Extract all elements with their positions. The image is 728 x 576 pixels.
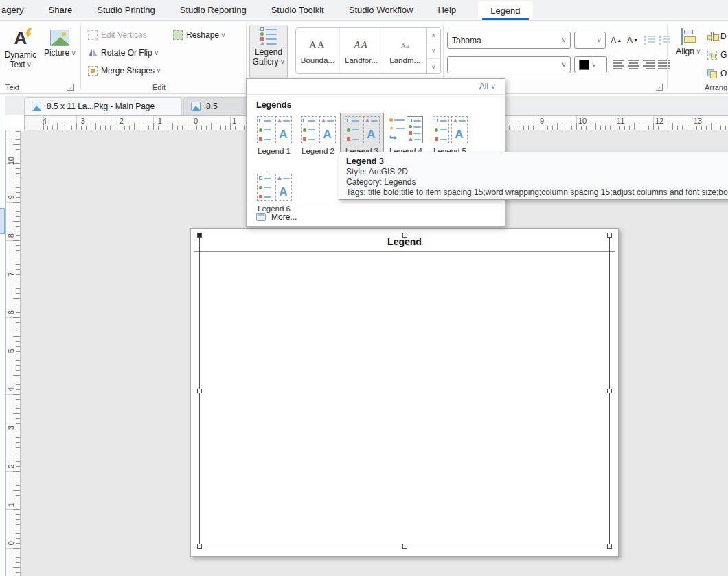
selection-handle-top-center[interactable] <box>402 233 407 238</box>
decrease-indent-icon[interactable] <box>659 35 670 44</box>
gallery-filter-dropdown[interactable]: All <box>247 79 505 95</box>
selection-handle-bottom-right[interactable] <box>607 544 612 549</box>
style-gallery-scrollbar: ˄ ˅ ¯˅ <box>427 27 441 74</box>
ruler-number: 7 <box>7 272 15 276</box>
selection-bounds <box>199 235 610 546</box>
align-center-icon[interactable] <box>628 60 639 69</box>
dynamic-text-button[interactable]: A Dynamic Text <box>2 25 39 78</box>
merge-shapes-icon <box>88 66 98 76</box>
menu-tab-help[interactable]: Help <box>425 0 468 20</box>
menu-tab-studio-printing[interactable]: Studio Printing <box>84 0 168 20</box>
ruler-number: 1 <box>232 117 236 125</box>
dynamic-text-icon: A <box>10 27 31 48</box>
text-dialog-launcher-icon[interactable] <box>67 84 74 91</box>
edit-group-label: Edit <box>152 83 166 91</box>
document-tab-main-page[interactable]: 8.5 x 11 La...Pkg - Main Page <box>24 97 182 115</box>
legend-3-tooltip: Legend 3 Style: ArcGIS 2D Category: Lege… <box>339 152 728 200</box>
merge-shapes-label: Merge Shapes <box>101 66 155 76</box>
merge-shapes-button[interactable]: Merge Shapes <box>88 63 161 78</box>
menu-tab-studio-toolkit[interactable]: Studio Toolkit <box>259 0 337 20</box>
arrange-group-label: Arrang <box>705 83 727 91</box>
ruler-number: 10 <box>578 117 587 125</box>
gallery-expand-icon[interactable]: ¯˅ <box>427 59 440 73</box>
justify-icon[interactable] <box>658 60 670 69</box>
document-tab-label: 8.5 <box>206 102 218 111</box>
edit-vertices-button[interactable]: Edit Vertices <box>88 27 147 43</box>
font-size-combobox[interactable] <box>574 32 606 49</box>
ruler-corner <box>24 115 41 130</box>
align-button[interactable]: Align <box>674 25 703 78</box>
rotate-or-flip-button[interactable]: Rotate Or Flip <box>88 45 159 60</box>
selection-handle-top-left[interactable] <box>197 233 202 238</box>
ruler-number: 8 <box>7 233 15 238</box>
selection-handle-top-right[interactable] <box>607 233 612 238</box>
ruler-number: -3 <box>78 117 85 125</box>
tooltip-title: Legend 3 <box>346 156 728 167</box>
order-icon <box>707 69 717 78</box>
menu-tab-imagery[interactable]: agery <box>0 0 36 20</box>
group-button[interactable]: G <box>707 47 727 62</box>
ruler-number: 3 <box>7 426 15 430</box>
ruler-number: -2 <box>117 117 124 125</box>
align-right-icon[interactable] <box>643 60 655 69</box>
ruler-number: 9 <box>540 117 544 125</box>
ruler-number: 5 <box>7 349 15 353</box>
style-preview: AA <box>354 37 368 54</box>
distribute-icon <box>707 32 717 41</box>
style-label: Landfor... <box>345 56 378 65</box>
group-separator <box>80 25 81 89</box>
ruler-number: 10 <box>7 157 15 165</box>
scroll-down-icon[interactable]: ˅ <box>427 43 440 58</box>
order-button[interactable]: O <box>707 66 727 81</box>
selection-handle-middle-left[interactable] <box>197 389 202 393</box>
gallery-item-legend-1[interactable]: A Legend 1 <box>252 113 296 168</box>
selection-handle-bottom-center[interactable] <box>402 544 407 549</box>
font-style-combobox[interactable] <box>447 56 571 73</box>
style-landform[interactable]: AA Landfor... <box>340 28 384 73</box>
bulleted-list-icon[interactable] <box>644 35 655 44</box>
grow-font-button[interactable]: A▲ <box>608 32 624 47</box>
menu-tab-share[interactable]: Share <box>36 0 85 20</box>
menu-tab-legend[interactable]: Legend <box>478 1 532 20</box>
style-landmark[interactable]: Aa Landm... <box>383 28 426 73</box>
gallery-group-header: Legends <box>256 100 505 110</box>
shrink-font-button[interactable]: A▼ <box>625 32 640 47</box>
selection-handle-middle-right[interactable] <box>607 389 612 393</box>
selection-handle-bottom-left[interactable] <box>197 544 202 549</box>
font-dialog-launcher-icon[interactable] <box>656 84 663 91</box>
style-label: Landm... <box>389 56 420 65</box>
gallery-filter-label: All <box>479 82 488 91</box>
align-left-icon[interactable] <box>613 60 624 69</box>
scroll-up-icon[interactable]: ˄ <box>427 28 440 43</box>
style-label: Bounda... <box>301 56 334 65</box>
picture-button[interactable]: Picture <box>41 25 78 78</box>
gallery-more-button[interactable]: More... <box>247 207 505 226</box>
style-boundary[interactable]: AA Bounda... <box>296 28 340 73</box>
legend-gallery-icon <box>260 27 277 45</box>
legend-4-thumbnail <box>388 116 424 143</box>
document-tab-label: 8.5 x 11 La...Pkg - Main Page <box>47 102 155 111</box>
gallery-item-legend-2[interactable]: A Legend 2 <box>296 113 340 168</box>
collapsed-pane-tab[interactable] <box>0 208 5 234</box>
layout-page-icon <box>32 102 41 111</box>
dynamic-text-label: Dynamic Text <box>2 50 39 70</box>
font-color-picker[interactable] <box>574 56 607 73</box>
menu-tab-studio-workflow[interactable]: Studio Workflow <box>337 0 426 20</box>
ruler-number: -1 <box>155 117 162 125</box>
layout-page[interactable]: Legend <box>190 228 619 557</box>
rotate-or-flip-label: Rotate Or Flip <box>101 48 152 58</box>
text-group-label: Text <box>5 83 19 91</box>
align-label: Align <box>676 47 701 57</box>
menu-tab-studio-reporting[interactable]: Studio Reporting <box>168 0 259 20</box>
legend-gallery-button[interactable]: Legend Gallery <box>249 25 288 78</box>
font-name-value: Tahoma <box>452 36 559 45</box>
distribute-button[interactable]: D <box>707 29 727 44</box>
legend-3-thumbnail: A <box>344 116 380 143</box>
ruler-number: 1 <box>7 503 15 507</box>
left-edge-panel <box>0 96 5 576</box>
rotate-or-flip-icon <box>88 48 98 58</box>
font-name-combobox[interactable]: Tahoma <box>447 32 571 49</box>
ruler-number: 9 <box>7 195 15 199</box>
reshape-button[interactable]: Reshape <box>173 27 225 43</box>
order-label: O <box>720 69 727 78</box>
